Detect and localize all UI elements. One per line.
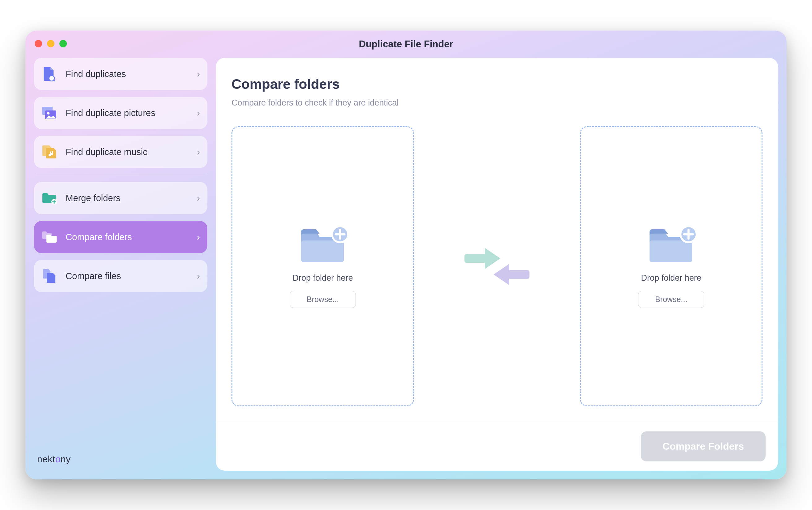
sidebar-item-find-duplicates[interactable]: Find duplicates › bbox=[34, 58, 207, 90]
sidebar-item-label: Find duplicate pictures bbox=[66, 108, 197, 118]
pictures-icon bbox=[41, 105, 57, 121]
folder-add-icon bbox=[298, 225, 348, 265]
dropzone-label: Drop folder here bbox=[292, 273, 353, 283]
sidebar-group-compare: Merge folders › Compare folders › bbox=[34, 182, 207, 292]
sidebar-item-compare-files[interactable]: Compare files › bbox=[34, 260, 207, 292]
window-body: Find duplicates › Find duplicate picture… bbox=[25, 58, 787, 479]
drop-area: Drop folder here Browse... bbox=[216, 114, 778, 422]
chevron-right-icon: › bbox=[197, 108, 200, 118]
compare-folders-button[interactable]: Compare Folders bbox=[641, 431, 765, 461]
browse-button-right[interactable]: Browse... bbox=[638, 291, 704, 308]
sidebar-item-label: Merge folders bbox=[66, 193, 197, 203]
compare-arrows-icon bbox=[423, 126, 571, 406]
minimize-window-button[interactable] bbox=[47, 40, 55, 47]
fullscreen-window-button[interactable] bbox=[59, 40, 67, 47]
chevron-right-icon: › bbox=[197, 271, 200, 281]
sidebar-item-find-duplicate-music[interactable]: Find duplicate music › bbox=[34, 136, 207, 168]
sidebar-item-label: Compare files bbox=[66, 271, 197, 281]
file-compare-icon bbox=[41, 268, 57, 284]
browse-button-left[interactable]: Browse... bbox=[290, 291, 356, 308]
dropzone-left[interactable]: Drop folder here Browse... bbox=[231, 126, 414, 406]
dropzone-label: Drop folder here bbox=[641, 273, 701, 283]
traffic-lights bbox=[35, 40, 67, 47]
sidebar: Find duplicates › Find duplicate picture… bbox=[34, 58, 207, 471]
main-header: Compare folders Compare folders to check… bbox=[216, 58, 778, 114]
sidebar-item-merge-folders[interactable]: Merge folders › bbox=[34, 182, 207, 214]
svg-point-4 bbox=[47, 112, 50, 114]
sidebar-group-find: Find duplicates › Find duplicate picture… bbox=[34, 58, 207, 168]
file-search-icon bbox=[41, 66, 57, 82]
dropzone-right[interactable]: Drop folder here Browse... bbox=[580, 126, 762, 406]
sidebar-item-label: Compare folders bbox=[66, 232, 197, 242]
page-subtitle: Compare folders to check if they are ide… bbox=[231, 98, 762, 108]
chevron-right-icon: › bbox=[197, 232, 200, 242]
folder-compare-icon bbox=[41, 229, 57, 245]
svg-line-1 bbox=[54, 80, 55, 81]
main-panel: Compare folders Compare folders to check… bbox=[216, 58, 778, 471]
sidebar-item-label: Find duplicate music bbox=[66, 147, 197, 157]
page-title: Compare folders bbox=[231, 77, 762, 92]
sidebar-divider bbox=[35, 175, 206, 175]
close-window-button[interactable] bbox=[35, 40, 42, 47]
svg-rect-6 bbox=[301, 240, 344, 262]
sidebar-item-label: Find duplicates bbox=[66, 69, 197, 79]
sidebar-item-compare-folders[interactable]: Compare folders › bbox=[34, 221, 207, 253]
app-window: Duplicate File Finder Find duplicates › bbox=[25, 31, 787, 479]
brand-logo: nektony bbox=[34, 448, 207, 471]
music-icon bbox=[41, 144, 57, 160]
svg-rect-10 bbox=[508, 270, 529, 279]
chevron-right-icon: › bbox=[197, 147, 200, 157]
chevron-right-icon: › bbox=[197, 69, 200, 79]
svg-rect-9 bbox=[464, 254, 486, 263]
titlebar: Duplicate File Finder bbox=[25, 31, 787, 58]
sidebar-item-find-duplicate-pictures[interactable]: Find duplicate pictures › bbox=[34, 97, 207, 129]
folder-add-icon bbox=[646, 225, 696, 265]
window-title: Duplicate File Finder bbox=[359, 39, 453, 50]
folder-plus-icon bbox=[41, 190, 57, 206]
svg-rect-11 bbox=[649, 240, 692, 262]
chevron-right-icon: › bbox=[197, 193, 200, 203]
main-footer: Compare Folders bbox=[216, 422, 778, 471]
